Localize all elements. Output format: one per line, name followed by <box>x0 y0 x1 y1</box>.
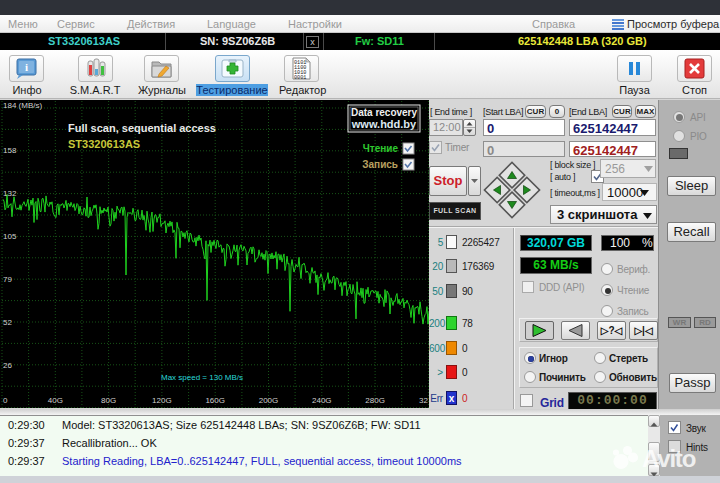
svg-text:184 (MB/s): 184 (MB/s) <box>3 101 42 110</box>
svg-text:www.hdd.by: www.hdd.by <box>351 118 417 130</box>
svg-text:105: 105 <box>3 232 17 241</box>
svg-text:132: 132 <box>3 189 17 198</box>
svg-text:120G: 120G <box>152 396 172 405</box>
svg-text:Чтение: Чтение <box>363 143 399 154</box>
svg-text:79: 79 <box>3 275 12 284</box>
svg-text:52: 52 <box>3 318 12 327</box>
svg-text:32: 32 <box>419 396 428 405</box>
svg-text:240G: 240G <box>312 396 332 405</box>
svg-text:Avito: Avito <box>642 445 696 472</box>
svg-text:158: 158 <box>3 146 17 155</box>
svg-text:Data recovery: Data recovery <box>351 107 418 118</box>
svg-text:200G: 200G <box>259 396 279 405</box>
svg-text:0001: 0001 <box>294 75 306 81</box>
svg-text:Full scan, sequential access: Full scan, sequential access <box>68 122 216 134</box>
svg-text:160G: 160G <box>205 396 225 405</box>
svg-text:40G: 40G <box>48 396 63 405</box>
svg-text:Max speed = 130 MB/s: Max speed = 130 MB/s <box>161 373 243 382</box>
svg-text:Запись: Запись <box>362 159 398 170</box>
svg-text:26: 26 <box>3 361 12 370</box>
svg-text:ST3320613AS: ST3320613AS <box>68 138 140 150</box>
svg-text:80G: 80G <box>101 396 116 405</box>
svg-text:i: i <box>25 61 28 73</box>
svg-text:0: 0 <box>3 396 8 405</box>
svg-text:280G: 280G <box>365 396 385 405</box>
